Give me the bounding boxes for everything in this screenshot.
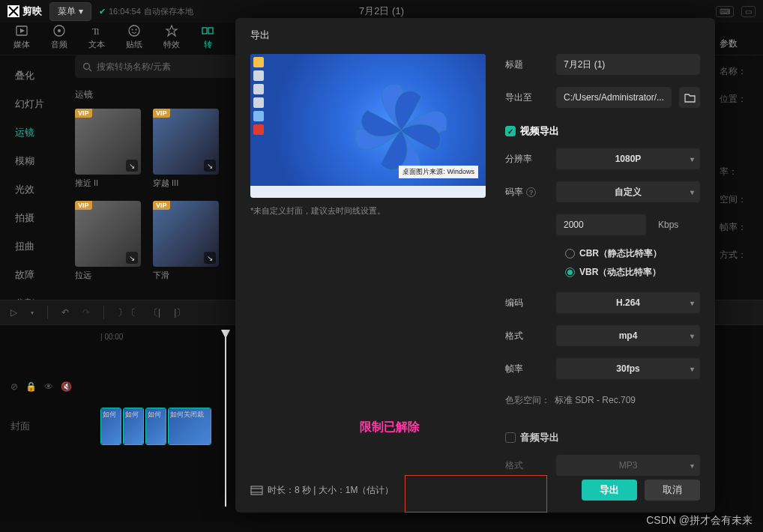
check-icon: ✔ — [99, 7, 106, 16]
tab-sticker[interactable]: 贴纸 — [126, 24, 142, 50]
watermark: CSDN @拼才会有未来 — [646, 514, 753, 528]
resolution-select[interactable]: 1080P▾ — [556, 148, 700, 169]
eye-icon[interactable]: 👁 — [44, 381, 53, 392]
sidebar-item[interactable]: 运镜 — [0, 118, 69, 147]
search-icon — [82, 62, 92, 72]
transition-thumb[interactable]: VIP↘ 推近 II — [75, 109, 141, 189]
pointer-icon[interactable]: ▷ — [10, 307, 17, 318]
video-export-section[interactable]: ✓ 视频导出 — [505, 124, 700, 138]
svg-line-13 — [89, 69, 91, 71]
transition-thumb[interactable]: VIP↘ 拉远 — [75, 201, 141, 281]
fps-select[interactable]: 30fps▾ — [556, 358, 700, 379]
link-icon[interactable]: ⊘ — [10, 381, 18, 392]
lock-icon[interactable]: 🔒 — [25, 381, 37, 392]
prop-label: 空间： — [720, 193, 756, 206]
chevron-down-icon: ▾ — [690, 462, 694, 470]
prop-label: 帧率： — [720, 221, 756, 234]
path-input[interactable]: C:/Users/Administrator/... — [556, 87, 672, 108]
transition-thumb[interactable]: VIP↘ 穿越 III — [153, 109, 219, 189]
annotation-text: 限制已解除 — [360, 420, 420, 435]
prop-params[interactable]: 参数 — [720, 37, 756, 50]
mute-icon[interactable]: 🔇 — [61, 381, 72, 392]
help-icon[interactable]: ? — [526, 187, 536, 197]
menu-button[interactable]: 菜单 ▾ — [49, 2, 91, 21]
radio-vbr[interactable]: VBR（动态比特率） — [505, 266, 700, 279]
prop-label: 方式： — [720, 249, 756, 262]
shortcut-icon[interactable]: ⌨ — [716, 6, 734, 17]
video-preview[interactable]: 桌面图片来源: Windows — [250, 54, 486, 198]
search-placeholder: 搜索转场名称/元素 — [97, 61, 171, 73]
radio-cbr[interactable]: CBR（静态比特率） — [505, 247, 700, 260]
section-title: 运镜 — [75, 88, 240, 101]
track-label[interactable]: 封面 — [10, 420, 100, 433]
cancel-button[interactable]: 取消 — [645, 480, 700, 501]
trim-right-icon[interactable]: |〕 — [174, 306, 185, 319]
svg-marker-2 — [20, 28, 25, 33]
sticker-icon — [127, 24, 141, 37]
svg-rect-14 — [251, 486, 262, 495]
bitrate-input[interactable] — [556, 214, 646, 235]
undo-icon[interactable]: ↶ — [61, 307, 69, 318]
colorspace-info: 色彩空间：标准 SDR - Rec.709 — [505, 394, 700, 407]
chevron-down-icon[interactable]: ▾ — [31, 309, 34, 316]
preview-tooltip: 桌面图片来源: Windows — [399, 166, 478, 178]
redo-icon[interactable]: ↷ — [82, 307, 90, 318]
svg-text:I: I — [97, 28, 99, 36]
prop-label: 位置： — [720, 93, 756, 106]
clip[interactable]: 如何 — [145, 408, 166, 445]
logo-icon — [7, 5, 19, 17]
search-input[interactable]: 搜索转场名称/元素 — [75, 55, 240, 78]
chevron-down-icon: ▾ — [690, 332, 694, 340]
trim-left-icon[interactable]: 〔| — [149, 306, 160, 319]
field-label-format: 格式 — [505, 330, 549, 342]
sidebar-item[interactable]: 拍摄 — [0, 204, 69, 232]
field-label-encode: 编码 — [505, 297, 549, 309]
bitrate-select[interactable]: 自定义▾ — [556, 181, 700, 202]
tab-media[interactable]: 媒体 — [13, 24, 30, 50]
add-icon[interactable]: ↘ — [126, 252, 138, 264]
split-icon[interactable]: 〕〔 — [118, 306, 136, 319]
audio-format-select: MP3▾ — [556, 455, 700, 476]
transition-category-list: 叠化 幻灯片 运镜 模糊 光效 拍摄 扭曲 故障 分割 — [0, 55, 69, 324]
app-name: 剪映 — [22, 4, 42, 18]
top-right-controls: ⌨ ▭ — [716, 6, 756, 17]
folder-icon — [684, 93, 696, 103]
export-meta: 时长：8 秒 | 大小：1M（估计） — [250, 484, 393, 497]
clip[interactable]: 如何关闭裁 — [168, 408, 211, 445]
svg-rect-10 — [202, 28, 207, 34]
sidebar-item[interactable]: 光效 — [0, 175, 69, 204]
checkbox-unchecked-icon[interactable]: ✓ — [505, 432, 516, 443]
tab-text[interactable]: TI 文本 — [88, 24, 105, 50]
dialog-right-column: 标题 7月2日 (1) 导出至 C:/Users/Administrator/.… — [505, 54, 700, 488]
sidebar-item[interactable]: 叠化 — [0, 61, 69, 90]
title-input[interactable]: 7月2日 (1) — [556, 54, 700, 75]
checkbox-checked-icon[interactable]: ✓ — [505, 126, 516, 136]
sidebar-item[interactable]: 扭曲 — [0, 232, 69, 261]
svg-point-4 — [58, 29, 61, 32]
browse-folder-button[interactable] — [679, 87, 700, 108]
export-dialog: 导出 桌面图片来源: Wind — [235, 18, 715, 513]
chevron-down-icon: ▾ — [690, 299, 694, 307]
tab-audio[interactable]: 音频 — [51, 24, 67, 50]
sidebar-item[interactable]: 模糊 — [0, 147, 69, 175]
app-logo: 剪映 — [7, 4, 42, 18]
desktop-icons — [253, 57, 264, 135]
thumb-label: 推近 II — [75, 178, 141, 189]
sidebar-item[interactable]: 幻灯片 — [0, 90, 69, 118]
transition-thumb[interactable]: VIP↘ 下滑 — [153, 201, 219, 281]
format-select[interactable]: mp4▾ — [556, 325, 700, 346]
clip[interactable]: 如何 — [123, 408, 144, 445]
sidebar-item[interactable]: 故障 — [0, 261, 69, 289]
properties-panel: 参数 名称： 位置： 率： 空间： 帧率： 方式： — [712, 22, 763, 276]
add-icon[interactable]: ↘ — [126, 160, 138, 172]
clip[interactable]: 如何 — [100, 408, 121, 445]
thumb-label: 穿越 III — [153, 178, 219, 189]
add-icon[interactable]: ↘ — [204, 252, 216, 264]
tab-transition[interactable]: 转 — [201, 24, 214, 50]
encode-select[interactable]: H.264▾ — [556, 292, 700, 313]
tab-effect[interactable]: 特效 — [163, 24, 180, 50]
audio-export-section[interactable]: ✓ 音频导出 — [505, 431, 700, 444]
layout-icon[interactable]: ▭ — [741, 6, 756, 17]
export-button[interactable]: 导出 — [582, 480, 637, 501]
add-icon[interactable]: ↘ — [204, 160, 216, 172]
